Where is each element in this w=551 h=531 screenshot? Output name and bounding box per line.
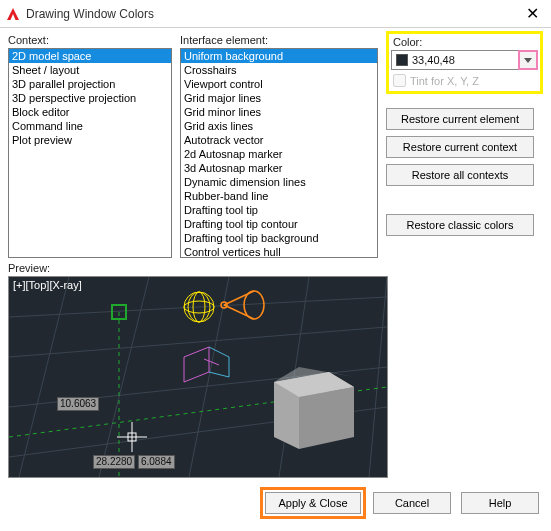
- svg-line-17: [224, 291, 254, 305]
- preview-viewport: [+][Top][X-ray]: [9, 277, 387, 477]
- interface-list-item[interactable]: Drafting tool tip contour: [181, 217, 377, 231]
- interface-list-item[interactable]: Viewport control: [181, 77, 377, 91]
- restore-current-context-button[interactable]: Restore current context: [386, 136, 534, 158]
- tint-checkbox: [393, 74, 406, 87]
- interface-label: Interface element:: [180, 34, 378, 46]
- preview-label: Preview:: [8, 262, 551, 274]
- svg-line-18: [224, 305, 254, 319]
- context-list-item[interactable]: Plot preview: [9, 133, 171, 147]
- context-list-item[interactable]: Block editor: [9, 105, 171, 119]
- interface-list-item[interactable]: Uniform background: [181, 49, 377, 63]
- color-swatch: [396, 54, 408, 66]
- color-highlight: Color: 33,40,48 Tint for X, Y, Z: [386, 31, 543, 94]
- context-listbox[interactable]: 2D model spaceSheet / layout3D parallel …: [8, 48, 172, 258]
- color-value: 33,40,48: [412, 54, 519, 66]
- svg-line-5: [99, 277, 149, 477]
- interface-list-item[interactable]: Control vertices hull: [181, 245, 377, 258]
- cancel-button[interactable]: Cancel: [373, 492, 451, 514]
- interface-list-item[interactable]: Grid major lines: [181, 91, 377, 105]
- svg-line-4: [19, 277, 69, 477]
- tooltip-value-2b: 6.0884: [138, 455, 175, 469]
- context-list-item[interactable]: Command line: [9, 119, 171, 133]
- context-list-item[interactable]: 3D parallel projection: [9, 77, 171, 91]
- svg-line-0: [9, 297, 387, 317]
- preview-scene: [9, 277, 387, 477]
- interface-list-item[interactable]: Autotrack vector: [181, 133, 377, 147]
- svg-marker-26: [299, 387, 354, 449]
- tooltip-value-2a: 28.2280: [93, 455, 135, 469]
- interface-list-item[interactable]: Dynamic dimension lines: [181, 175, 377, 189]
- restore-current-element-button[interactable]: Restore current element: [386, 108, 534, 130]
- apply-close-highlight: Apply & Close: [260, 487, 366, 519]
- svg-line-8: [369, 277, 387, 477]
- restore-all-contexts-button[interactable]: Restore all contexts: [386, 164, 534, 186]
- window-title: Drawing Window Colors: [26, 7, 154, 21]
- interface-list-item[interactable]: Drafting tool tip background: [181, 231, 377, 245]
- color-dropdown[interactable]: 33,40,48: [391, 50, 538, 70]
- tooltip-value-1: 10.6063: [57, 397, 99, 411]
- interface-list-item[interactable]: 2d Autosnap marker: [181, 147, 377, 161]
- context-list-item[interactable]: 2D model space: [9, 49, 171, 63]
- tint-label: Tint for X, Y, Z: [410, 75, 479, 87]
- context-list-item[interactable]: Sheet / layout: [9, 63, 171, 77]
- context-list-item[interactable]: 3D perspective projection: [9, 91, 171, 105]
- interface-list-item[interactable]: Grid minor lines: [181, 105, 377, 119]
- interface-list-item[interactable]: Grid axis lines: [181, 119, 377, 133]
- interface-list-item[interactable]: Drafting tool tip: [181, 203, 377, 217]
- svg-line-1: [9, 327, 387, 357]
- context-label: Context:: [8, 34, 172, 46]
- interface-listbox[interactable]: Uniform backgroundCrosshairsViewport con…: [180, 48, 378, 258]
- interface-list-item[interactable]: Crosshairs: [181, 63, 377, 77]
- autocad-icon: [6, 7, 20, 21]
- restore-classic-colors-button[interactable]: Restore classic colors: [386, 214, 534, 236]
- svg-point-16: [244, 291, 264, 319]
- title-bar: Drawing Window Colors ✕: [0, 0, 551, 28]
- apply-close-button[interactable]: Apply & Close: [265, 492, 361, 514]
- interface-list-item[interactable]: Rubber-band line: [181, 189, 377, 203]
- close-button[interactable]: ✕: [520, 4, 545, 23]
- interface-list-item[interactable]: 3d Autosnap marker: [181, 161, 377, 175]
- chevron-down-icon[interactable]: [519, 51, 537, 69]
- help-button[interactable]: Help: [461, 492, 539, 514]
- color-label: Color:: [393, 36, 538, 48]
